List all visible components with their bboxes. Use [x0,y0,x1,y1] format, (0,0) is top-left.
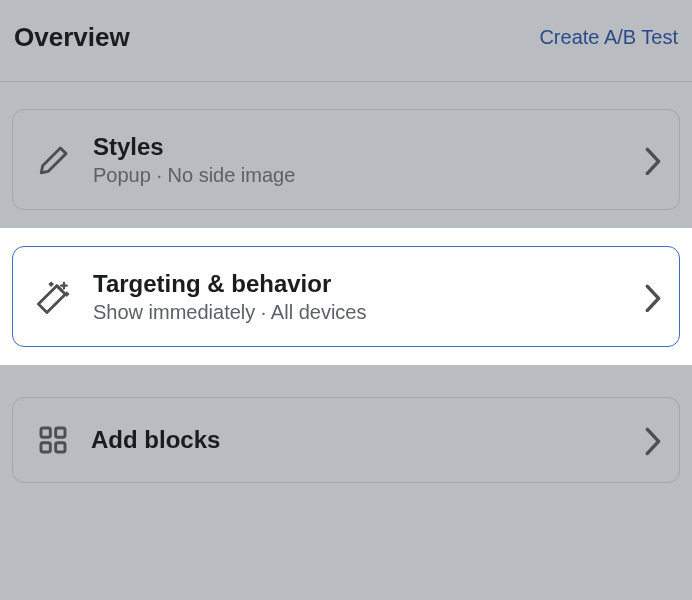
svg-rect-1 [41,428,50,437]
svg-rect-2 [56,428,65,437]
blocks-title: Add blocks [91,425,645,455]
add-blocks-card[interactable]: Add blocks [12,397,680,483]
targeting-title: Targeting & behavior [93,269,645,299]
header: Overview Create A/B Test [0,0,692,82]
magic-wand-icon [37,280,71,314]
chevron-right-icon [645,147,661,173]
chevron-right-icon [645,427,661,453]
styles-card[interactable]: Styles Popup · No side image [12,109,680,210]
pencil-icon [37,143,71,177]
blocks-section: Add blocks [0,365,692,483]
styles-title: Styles [93,132,645,162]
page-title: Overview [14,22,130,53]
content-area: Styles Popup · No side image [0,82,692,210]
styles-subtitle: Popup · No side image [93,164,645,187]
targeting-card[interactable]: Targeting & behavior Show immediately · … [12,246,680,347]
chevron-right-icon [645,284,661,310]
styles-card-text: Styles Popup · No side image [93,132,645,187]
blocks-icon [37,424,69,456]
targeting-subtitle: Show immediately · All devices [93,301,645,324]
active-section: Targeting & behavior Show immediately · … [0,228,692,365]
svg-rect-3 [41,443,50,452]
create-ab-test-link[interactable]: Create A/B Test [539,26,678,49]
targeting-card-text: Targeting & behavior Show immediately · … [93,269,645,324]
svg-rect-4 [56,443,65,452]
blocks-card-text: Add blocks [91,425,645,455]
